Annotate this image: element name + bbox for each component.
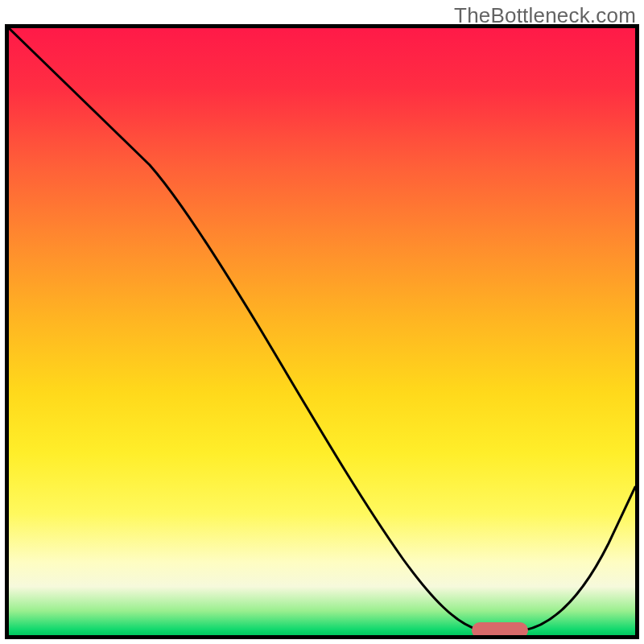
plot-frame [5,24,639,639]
curve-overlay [9,28,635,635]
bottleneck-curve [9,28,635,630]
optimal-range-marker [472,622,528,635]
